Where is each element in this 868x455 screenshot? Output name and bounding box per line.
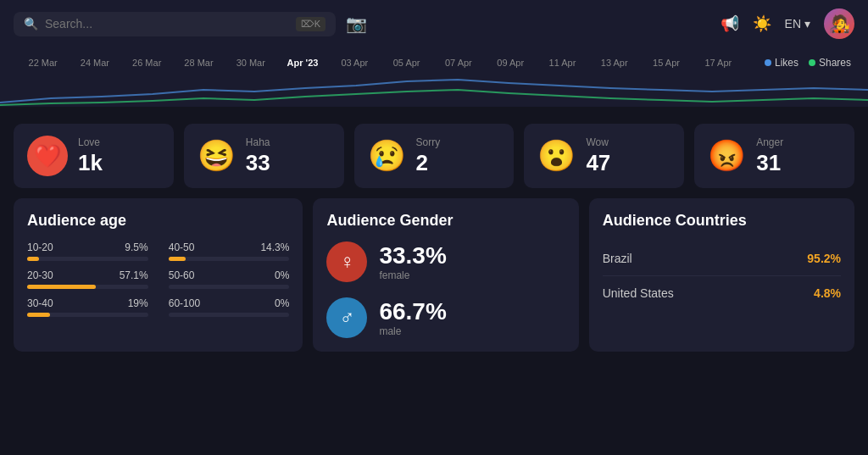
timeline-date[interactable]: 07 Apr xyxy=(432,56,484,69)
timeline-date[interactable]: 24 Mar xyxy=(69,56,120,69)
timeline-date[interactable]: Apr '23 xyxy=(276,56,328,69)
reaction-label: Sorry xyxy=(416,136,441,148)
timeline-legend: Likes Shares xyxy=(765,57,851,69)
age-bar-bg xyxy=(27,313,148,317)
age-bar-bg xyxy=(169,285,290,289)
age-pct-label: 19% xyxy=(128,297,148,309)
gender-female: ♀ 33.3% female xyxy=(326,241,565,282)
shares-label: Shares xyxy=(819,57,851,69)
megaphone-icon[interactable]: 📢 xyxy=(721,14,739,33)
top-nav: 🔍 ⌦K 📷 📢 ☀️ EN ▾ 🧑‍🎤 xyxy=(0,0,868,47)
age-pct-label: 0% xyxy=(275,297,289,309)
age-row: 50-600% xyxy=(169,269,290,289)
reaction-value: 1k xyxy=(78,150,103,176)
age-row: 10-209.5% xyxy=(27,241,148,261)
timeline-date[interactable]: 13 Apr xyxy=(588,56,640,69)
timeline-date[interactable]: 05 Apr xyxy=(381,56,432,69)
reaction-info: Sorry2 xyxy=(416,136,441,176)
country-name: United States xyxy=(603,286,674,300)
reaction-value: 33 xyxy=(246,150,270,176)
reaction-info: Wow47 xyxy=(586,136,610,176)
reaction-emoji: 😆 xyxy=(198,141,236,171)
timeline-date[interactable]: 15 Apr xyxy=(640,56,692,69)
camera-icon[interactable]: 📷 xyxy=(346,14,367,34)
reaction-card: 😡Anger31 xyxy=(694,124,854,188)
male-pct: 66.7% xyxy=(379,298,446,325)
age-range-label: 20-30 xyxy=(27,269,53,281)
age-range-label: 10-20 xyxy=(27,241,53,253)
reaction-value: 47 xyxy=(586,150,610,176)
country-name: Brazil xyxy=(603,252,632,265)
age-pct-label: 14.3% xyxy=(260,241,289,253)
age-bar-bg xyxy=(27,257,148,261)
age-grid: 10-209.5%40-5014.3%20-3057.1%50-600%30-4… xyxy=(27,241,289,317)
reaction-card: 😮Wow47 xyxy=(524,124,684,188)
country-pct: 95.2% xyxy=(807,252,841,265)
audience-countries-title: Audience Countries xyxy=(603,212,841,230)
timeline-date[interactable]: 22 Mar xyxy=(17,56,69,69)
audience-age-card: Audience age 10-209.5%40-5014.3%20-3057.… xyxy=(14,198,303,352)
age-bar-bg xyxy=(27,285,148,289)
nav-icons: 📢 ☀️ EN ▾ 🧑‍🎤 xyxy=(721,8,854,39)
country-row: United States4.8% xyxy=(603,276,841,310)
timeline-date[interactable]: 03 Apr xyxy=(329,56,381,69)
reaction-card: ❤️Love1k xyxy=(14,124,174,188)
reactions-row: ❤️Love1k😆Haha33😢Sorry2😮Wow47😡Anger31 xyxy=(14,124,854,188)
gender-items: ♀ 33.3% female ♂ 66.7% male xyxy=(326,241,565,338)
age-header: 50-600% xyxy=(169,269,290,281)
likes-dot xyxy=(765,59,771,66)
shares-dot xyxy=(809,59,815,66)
chart-area xyxy=(0,73,868,107)
search-bar[interactable]: 🔍 ⌦K xyxy=(14,12,336,36)
male-icon: ♂ xyxy=(326,297,367,338)
age-header: 60-1000% xyxy=(169,297,290,309)
reaction-value: 31 xyxy=(756,150,783,176)
age-header: 40-5014.3% xyxy=(169,241,290,253)
reaction-emoji: 😡 xyxy=(708,141,746,171)
reaction-info: Haha33 xyxy=(246,136,270,176)
sun-icon[interactable]: ☀️ xyxy=(753,14,771,33)
timeline-date[interactable]: 28 Mar xyxy=(173,56,225,69)
age-range-label: 50-60 xyxy=(169,269,195,281)
reaction-info: Love1k xyxy=(78,136,103,176)
age-bar-bg xyxy=(169,313,290,317)
love-emoji: ❤️ xyxy=(27,136,68,176)
age-row: 60-1000% xyxy=(169,297,290,317)
reaction-label: Anger xyxy=(756,136,783,148)
search-shortcut: ⌦K xyxy=(296,17,326,31)
legend-shares: Shares xyxy=(809,57,851,69)
likes-label: Likes xyxy=(775,57,798,69)
timeline-date[interactable]: 26 Mar xyxy=(121,56,173,69)
audience-gender-card: Audience Gender ♀ 33.3% female ♂ 66.7% m… xyxy=(313,198,578,352)
male-info: 66.7% male xyxy=(379,298,446,337)
timeline-date[interactable]: 11 Apr xyxy=(537,56,588,69)
legend-likes: Likes xyxy=(765,57,798,69)
reaction-emoji: 😢 xyxy=(368,141,406,171)
age-row: 40-5014.3% xyxy=(169,241,290,261)
age-pct-label: 0% xyxy=(275,269,289,281)
search-input[interactable] xyxy=(45,17,289,31)
female-info: 33.3% female xyxy=(379,242,446,281)
female-label: female xyxy=(379,269,446,281)
age-bar-fill xyxy=(169,257,186,261)
age-range-label: 60-100 xyxy=(169,297,200,309)
timeline: 22 Mar24 Mar26 Mar28 Mar30 MarApr '2303 … xyxy=(0,47,868,73)
chevron-down-icon: ▾ xyxy=(804,17,810,31)
countries-list: Brazil95.2%United States4.8% xyxy=(603,241,841,310)
age-range-label: 40-50 xyxy=(169,241,195,253)
avatar[interactable]: 🧑‍🎤 xyxy=(824,8,854,39)
timeline-date[interactable]: 17 Apr xyxy=(693,56,744,69)
language-selector[interactable]: EN ▾ xyxy=(785,17,810,31)
timeline-date[interactable]: 09 Apr xyxy=(485,56,537,69)
audience-age-title: Audience age xyxy=(27,212,289,230)
reaction-label: Haha xyxy=(246,136,270,148)
female-icon: ♀ xyxy=(326,241,367,282)
timeline-date[interactable]: 30 Mar xyxy=(225,56,276,69)
male-label: male xyxy=(379,325,446,337)
main-content: ❤️Love1k😆Haha33😢Sorry2😮Wow47😡Anger31 Aud… xyxy=(0,114,868,362)
search-icon: 🔍 xyxy=(24,17,38,31)
age-pct-label: 9.5% xyxy=(125,241,147,253)
age-bar-fill xyxy=(27,285,96,289)
reaction-label: Love xyxy=(78,136,103,148)
audience-gender-title: Audience Gender xyxy=(326,212,565,230)
